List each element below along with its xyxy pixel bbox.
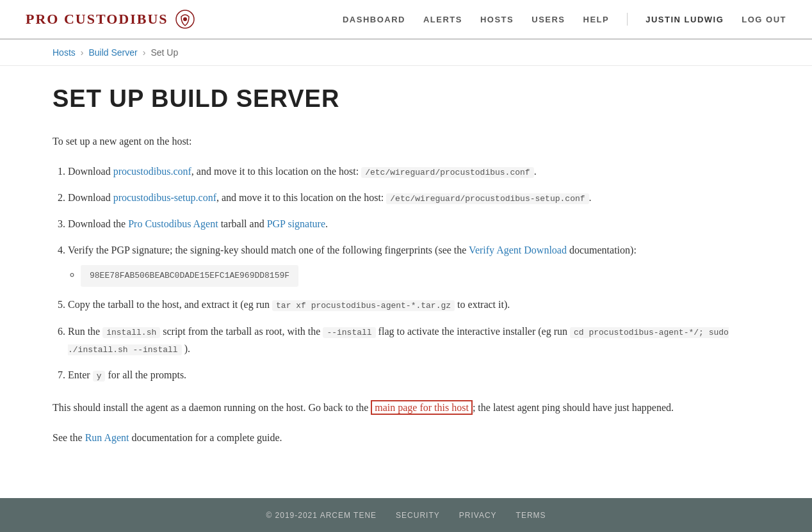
paragraph2: See the Run Agent documentation for a co… bbox=[53, 429, 759, 446]
step6-code2: --install bbox=[323, 327, 375, 338]
fingerprint-list: 98EE78FAB506BEABC0DADE15EFC1AE969DD8159F bbox=[81, 262, 759, 287]
para2-before: See the bbox=[53, 432, 85, 443]
step6-middle1: script from the tarball as root, with th… bbox=[160, 326, 323, 337]
step4-link1[interactable]: Verify Agent Download bbox=[469, 245, 567, 255]
footer-privacy[interactable]: Privacy bbox=[459, 511, 497, 520]
para1-after: ; the latest agent ping should have just… bbox=[473, 402, 674, 413]
step1-before: Download bbox=[68, 166, 113, 177]
step6-middle2: flag to activate the interactive install… bbox=[376, 326, 570, 337]
step1-code1: /etc/wireguard/procustodibus.conf bbox=[361, 167, 533, 178]
step-6: Run the install.sh script from the tarba… bbox=[68, 323, 759, 357]
step2-after: . bbox=[589, 192, 592, 203]
step2-link1[interactable]: procustodibus-setup.conf bbox=[113, 192, 216, 203]
logo[interactable]: Pro Custodibus bbox=[26, 9, 195, 29]
main-content: Set Up Build Server To set up a new agen… bbox=[0, 66, 812, 498]
nav-links: Dashboard Alerts Hosts Users Help Justin… bbox=[343, 13, 786, 26]
fingerprint-code: 98EE78FAB506BEABC0DADE15EFC1AE969DD8159F bbox=[81, 265, 298, 287]
step-4: Verify the PGP signature; the signing-ke… bbox=[68, 241, 759, 287]
breadcrumb-sep-2: › bbox=[143, 47, 146, 58]
nav-hosts[interactable]: Hosts bbox=[480, 15, 514, 24]
step1-link1[interactable]: procustodibus.conf bbox=[113, 166, 191, 177]
step2-before: Download bbox=[68, 192, 113, 203]
breadcrumb-build-server[interactable]: Build Server bbox=[88, 47, 137, 58]
breadcrumb-hosts[interactable]: Hosts bbox=[53, 47, 76, 58]
para2-after: documentation for a complete guide. bbox=[129, 432, 282, 443]
step3-middle: tarball and bbox=[218, 218, 267, 229]
footer-security[interactable]: Security bbox=[396, 511, 440, 520]
step3-after: . bbox=[325, 218, 328, 229]
main-page-link[interactable]: main page for this host bbox=[371, 400, 473, 415]
step-2: Download procustodibus-setup.conf, and m… bbox=[68, 189, 759, 206]
step4-middle: documentation): bbox=[567, 245, 637, 255]
intro-text: To set up a new agent on the host: bbox=[53, 133, 759, 150]
breadcrumb: Hosts › Build Server › Set Up bbox=[0, 40, 812, 66]
step3-before: Download the bbox=[68, 218, 128, 229]
nav-alerts[interactable]: Alerts bbox=[423, 15, 462, 24]
run-agent-link[interactable]: Run Agent bbox=[85, 432, 129, 443]
step-7: Enter y for all the prompts. bbox=[68, 366, 759, 383]
step6-before: Run the bbox=[68, 326, 102, 337]
nav-separator bbox=[627, 13, 628, 26]
step5-after: to extract it). bbox=[455, 299, 510, 310]
svg-point-1 bbox=[183, 17, 187, 21]
nav-user[interactable]: Justin Ludwig bbox=[646, 15, 724, 24]
step-3: Download the Pro Custodibus Agent tarbal… bbox=[68, 215, 759, 232]
breadcrumb-sep-1: › bbox=[81, 47, 84, 58]
step7-code1: y bbox=[93, 371, 106, 382]
step1-middle: , and move it to this location on the ho… bbox=[191, 166, 361, 177]
logo-text: Pro Custodibus bbox=[26, 11, 168, 28]
step5-code1: tar xf procustodibus-agent-*.tar.gz bbox=[272, 300, 455, 311]
footer-terms[interactable]: Terms bbox=[516, 511, 546, 520]
step1-after: . bbox=[534, 166, 537, 177]
nav-logout[interactable]: Log Out bbox=[742, 15, 786, 24]
para1-before: This should install the agent as a daemo… bbox=[53, 402, 371, 413]
paragraph1: This should install the agent as a daemo… bbox=[53, 399, 759, 416]
breadcrumb-current: Set Up bbox=[150, 47, 178, 58]
step-1: Download procustodibus.conf, and move it… bbox=[68, 163, 759, 180]
step3-link2[interactable]: PGP signature bbox=[267, 218, 325, 229]
footer-copyright: © 2019-2021 Arcem Tene bbox=[266, 511, 377, 520]
nav-help[interactable]: Help bbox=[583, 15, 610, 24]
step6-code1: install.sh bbox=[102, 327, 160, 338]
step4-before: Verify the PGP signature; the signing-ke… bbox=[68, 245, 469, 255]
navbar: Pro Custodibus Dashboard Alerts Hosts Us… bbox=[0, 0, 812, 40]
step-5: Copy the tarball to the host, and extrac… bbox=[68, 296, 759, 313]
step6-after: ). bbox=[182, 343, 190, 354]
step2-code1: /etc/wireguard/procustodibus-setup.conf bbox=[386, 193, 589, 204]
step5-before: Copy the tarball to the host, and extrac… bbox=[68, 299, 272, 310]
step7-before: Enter bbox=[68, 369, 93, 380]
logo-icon bbox=[175, 9, 195, 29]
step2-middle: , and move it to this location on the ho… bbox=[216, 192, 386, 203]
step7-after: for all the prompts. bbox=[105, 369, 186, 380]
footer: © 2019-2021 Arcem Tene Security Privacy … bbox=[0, 498, 812, 532]
nav-users[interactable]: Users bbox=[532, 15, 565, 24]
step3-link1[interactable]: Pro Custodibus Agent bbox=[128, 218, 218, 229]
fingerprint-item: 98EE78FAB506BEABC0DADE15EFC1AE969DD8159F bbox=[81, 262, 759, 287]
page-title: Set Up Build Server bbox=[53, 85, 759, 113]
steps-list: Download procustodibus.conf, and move it… bbox=[68, 163, 759, 384]
nav-dashboard[interactable]: Dashboard bbox=[343, 15, 405, 24]
